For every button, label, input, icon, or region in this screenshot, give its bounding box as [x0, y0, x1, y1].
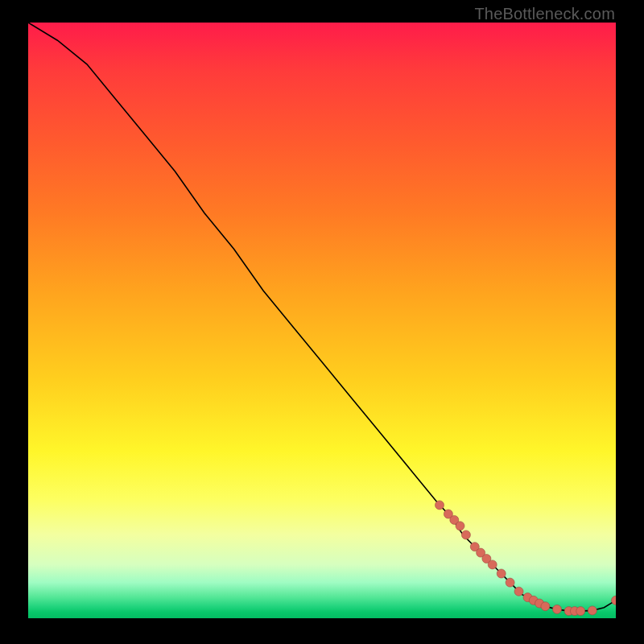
bottleneck-curve	[28, 23, 616, 611]
data-marker	[506, 578, 514, 587]
plot-area	[28, 23, 616, 618]
marker-group	[436, 501, 617, 616]
watermark-text: TheBottleneck.com	[474, 5, 615, 23]
data-marker	[488, 560, 497, 569]
data-marker	[576, 607, 585, 616]
data-marker	[461, 530, 470, 539]
data-marker	[553, 605, 562, 613]
chart-frame: TheBottleneck.com	[0, 0, 644, 644]
data-marker	[514, 587, 523, 596]
data-marker	[497, 569, 506, 578]
data-marker	[436, 501, 444, 510]
data-marker	[541, 602, 550, 611]
data-marker	[456, 522, 464, 530]
data-marker	[588, 606, 597, 615]
chart-svg	[28, 23, 616, 618]
data-marker	[612, 596, 617, 605]
